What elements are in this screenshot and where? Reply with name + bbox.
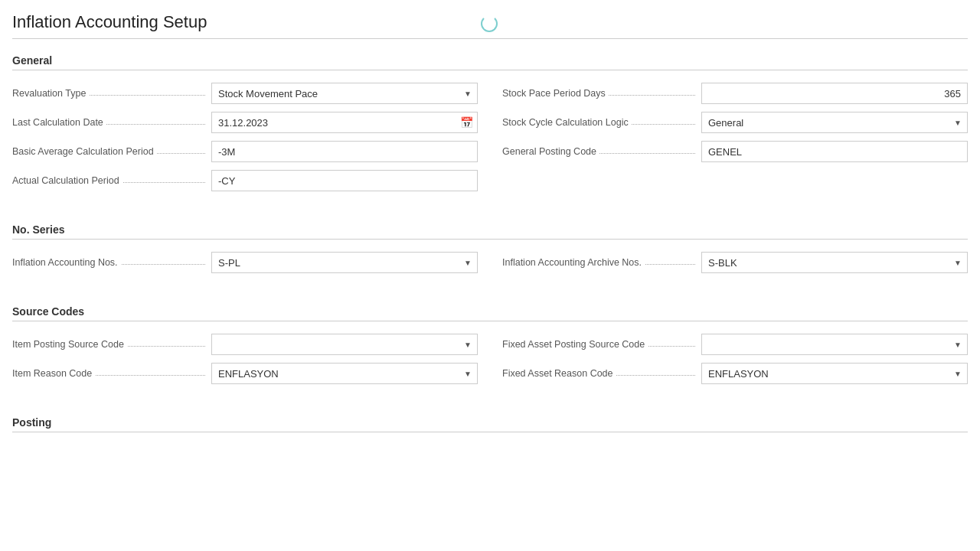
item-posting-source-code-label: Item Posting Source Code xyxy=(12,339,211,350)
revaluation-type-row: Revaluation Type Stock Movement Pace Ave… xyxy=(12,83,478,104)
stock-pace-period-days-label: Stock Pace Period Days xyxy=(502,88,701,99)
source-codes-right-column: Fixed Asset Posting Source Code ENFLASYO… xyxy=(502,334,968,392)
posting-section: Posting xyxy=(12,416,968,432)
source-codes-left-column: Item Posting Source Code ENFLASYON ▼ Ite… xyxy=(12,334,478,392)
basic-avg-calc-period-row: Basic Average Calculation Period xyxy=(12,141,478,162)
stock-pace-period-days-row: Stock Pace Period Days xyxy=(502,83,968,104)
inflation-accounting-nos-select-wrapper[interactable]: S-PL S-BLK ▼ xyxy=(211,252,478,273)
stock-cycle-calc-logic-row: Stock Cycle Calculation Logic General FI… xyxy=(502,112,968,133)
general-posting-code-row: General Posting Code xyxy=(502,141,968,162)
general-posting-code-label: General Posting Code xyxy=(502,146,701,157)
item-posting-source-code-row: Item Posting Source Code ENFLASYON ▼ xyxy=(12,334,478,355)
fixed-asset-reason-code-select[interactable]: ENFLASYON xyxy=(701,363,968,384)
item-posting-source-code-select[interactable]: ENFLASYON xyxy=(211,334,478,355)
source-codes-section-title: Source Codes xyxy=(12,305,968,318)
actual-calc-period-label: Actual Calculation Period xyxy=(12,175,211,186)
calendar-icon[interactable]: 📅 xyxy=(460,116,473,129)
fixed-asset-reason-code-row: Fixed Asset Reason Code ENFLASYON ▼ xyxy=(502,363,968,384)
general-section-title: General xyxy=(12,54,968,67)
page-title-divider xyxy=(12,38,968,39)
no-series-right-column: Inflation Accounting Archive Nos. S-BLK … xyxy=(502,252,968,281)
loading-circle xyxy=(481,15,498,32)
general-section: General Revaluation Type Stock Movement … xyxy=(12,54,968,199)
fixed-asset-reason-code-label: Fixed Asset Reason Code xyxy=(502,368,701,379)
stock-cycle-calc-logic-select[interactable]: General FIFO Average xyxy=(701,112,968,133)
inflation-accounting-archive-nos-row: Inflation Accounting Archive Nos. S-BLK … xyxy=(502,252,968,273)
no-series-section-divider xyxy=(12,239,968,240)
revaluation-type-select[interactable]: Stock Movement Pace Average Cost FIFO xyxy=(211,83,478,104)
source-codes-section: Source Codes Item Posting Source Code EN… xyxy=(12,305,968,392)
no-series-fields-grid: Inflation Accounting Nos. S-PL S-BLK ▼ xyxy=(12,252,968,281)
no-series-left-column: Inflation Accounting Nos. S-PL S-BLK ▼ xyxy=(12,252,478,281)
general-posting-code-input[interactable] xyxy=(701,141,968,162)
page-container: Inflation Accounting Setup General Reval… xyxy=(0,12,980,551)
item-reason-code-select[interactable]: ENFLASYON xyxy=(211,363,478,384)
inflation-accounting-nos-label: Inflation Accounting Nos. xyxy=(12,257,211,268)
general-section-divider xyxy=(12,70,968,70)
basic-avg-calc-period-label: Basic Average Calculation Period xyxy=(12,146,211,157)
inflation-accounting-nos-select[interactable]: S-PL S-BLK xyxy=(211,252,478,273)
item-reason-code-label: Item Reason Code xyxy=(12,368,211,379)
fixed-asset-posting-source-code-select-wrapper[interactable]: ENFLASYON ▼ xyxy=(701,334,968,355)
basic-avg-calc-period-input[interactable] xyxy=(211,141,478,162)
general-left-column: Revaluation Type Stock Movement Pace Ave… xyxy=(12,83,478,199)
stock-cycle-calc-logic-label: Stock Cycle Calculation Logic xyxy=(502,117,701,128)
posting-section-title: Posting xyxy=(12,416,968,429)
inflation-accounting-archive-nos-select-wrapper[interactable]: S-BLK S-PL ▼ xyxy=(701,252,968,273)
inflation-accounting-archive-nos-select[interactable]: S-BLK S-PL xyxy=(701,252,968,273)
no-series-section-title: No. Series xyxy=(12,223,968,236)
loading-indicator xyxy=(481,15,499,34)
revaluation-type-select-wrapper[interactable]: Stock Movement Pace Average Cost FIFO ▼ xyxy=(211,83,478,104)
posting-section-divider xyxy=(12,432,968,432)
actual-calc-period-row: Actual Calculation Period xyxy=(12,170,478,191)
general-fields-grid: Revaluation Type Stock Movement Pace Ave… xyxy=(12,83,968,199)
actual-calc-period-input[interactable] xyxy=(211,170,478,191)
stock-pace-period-days-input[interactable] xyxy=(701,83,968,104)
inflation-accounting-archive-nos-label: Inflation Accounting Archive Nos. xyxy=(502,257,701,268)
source-codes-fields-grid: Item Posting Source Code ENFLASYON ▼ Ite… xyxy=(12,334,968,392)
fixed-asset-posting-source-code-select[interactable]: ENFLASYON xyxy=(701,334,968,355)
fixed-asset-reason-code-select-wrapper[interactable]: ENFLASYON ▼ xyxy=(701,363,968,384)
last-calculation-date-input[interactable] xyxy=(211,112,478,133)
item-posting-source-code-select-wrapper[interactable]: ENFLASYON ▼ xyxy=(211,334,478,355)
general-right-column: Stock Pace Period Days Stock Cycle Calcu… xyxy=(502,83,968,199)
revaluation-type-label: Revaluation Type xyxy=(12,88,211,99)
inflation-accounting-nos-row: Inflation Accounting Nos. S-PL S-BLK ▼ xyxy=(12,252,478,273)
no-series-section: No. Series Inflation Accounting Nos. S-P… xyxy=(12,223,968,281)
last-calculation-date-row: Last Calculation Date 📅 xyxy=(12,112,478,133)
item-reason-code-select-wrapper[interactable]: ENFLASYON ▼ xyxy=(211,363,478,384)
item-reason-code-row: Item Reason Code ENFLASYON ▼ xyxy=(12,363,478,384)
last-calculation-date-label: Last Calculation Date xyxy=(12,117,211,128)
source-codes-section-divider xyxy=(12,321,968,321)
last-calculation-date-wrapper: 📅 xyxy=(211,112,478,133)
stock-cycle-calc-logic-select-wrapper[interactable]: General FIFO Average ▼ xyxy=(701,112,968,133)
fixed-asset-posting-source-code-label: Fixed Asset Posting Source Code xyxy=(502,339,701,350)
fixed-asset-posting-source-code-row: Fixed Asset Posting Source Code ENFLASYO… xyxy=(502,334,968,355)
